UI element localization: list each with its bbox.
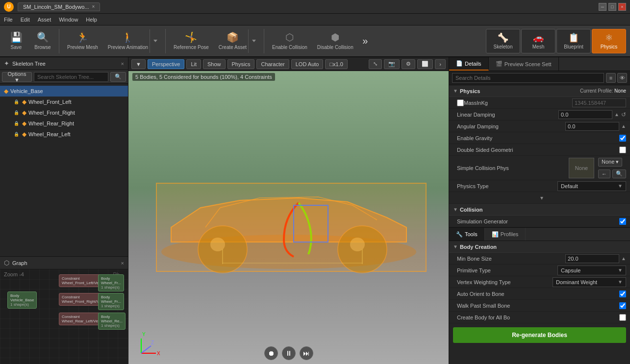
vp-perspective-btn[interactable]: Perspective [148, 59, 184, 69]
menu-help[interactable]: Help [86, 17, 97, 23]
skeleton-search-input[interactable] [34, 72, 108, 82]
menu-edit[interactable]: Edit [21, 17, 30, 23]
vp-show-btn[interactable]: Show [203, 59, 226, 69]
double-sided-checkbox[interactable] [619, 146, 626, 153]
collision-dropdown-btn[interactable]: None ▾ [598, 158, 622, 167]
browse-button[interactable]: 🔍 Browse [30, 27, 55, 55]
primitive-type-dropdown[interactable]: Capsule ▼ [557, 266, 626, 275]
mass-kg-checkbox[interactable] [457, 99, 464, 106]
profiles-tab[interactable]: 📊 Profiles [485, 228, 526, 241]
tools-tab[interactable]: 🔧 Tools [449, 228, 485, 241]
mesh-mode-tab[interactable]: 🚗 Mesh [521, 29, 555, 53]
tree-item-vehicle-base[interactable]: ◆ Vehicle_Base [0, 86, 128, 97]
vp-lit-btn[interactable]: Lit [186, 59, 201, 69]
preview-scene-tab[interactable]: 🎬 Preview Scene Sett [489, 57, 559, 71]
save-button[interactable]: 💾 Save [4, 27, 28, 55]
simulation-generator-checkbox[interactable] [619, 218, 626, 225]
vertex-weighting-dropdown[interactable]: Dominant Weight ▼ [553, 277, 626, 287]
blueprint-mode-tab[interactable]: 📋 Blueprint [556, 29, 591, 53]
search-list-view-btn[interactable]: ≡ [606, 73, 616, 83]
graph-node-body-vehicle[interactable]: BodyVehicle_Base1 shape(s) [7, 291, 37, 309]
physics-mode-tab[interactable]: ⚛ Physics [592, 29, 626, 53]
graph-node-wheel-fl[interactable]: BodyWheel_Fr...1 shape(s) [98, 274, 124, 291]
vp-move-btn[interactable]: ⤡ [369, 59, 382, 69]
physics-type-dropdown[interactable]: Default ▼ [557, 181, 626, 191]
create-asset-button[interactable]: 📦 Create Asset [215, 27, 260, 55]
linear-damping-arrow[interactable]: ▲ [614, 112, 619, 117]
mass-kg-value [572, 98, 626, 107]
create-body-checkbox[interactable] [619, 314, 626, 321]
skeleton-mode-tab[interactable]: 🦴 Skeleton [486, 29, 520, 53]
min-bone-size-value: ▲ [565, 254, 626, 263]
min-bone-size-input[interactable] [565, 254, 619, 263]
skeleton-options-btn[interactable]: Options ▼ [2, 72, 32, 82]
skeleton-search-btn[interactable]: 🔍 [110, 72, 126, 82]
preview-animation-button[interactable]: 🚶 Preview Animation [104, 27, 161, 55]
pause-btn[interactable]: ⏸ [282, 346, 296, 360]
preview-animation-dropdown[interactable] [153, 40, 157, 42]
collision-section-header[interactable]: ▼ Collision [449, 204, 630, 216]
vp-camera-btn[interactable]: 📷 [384, 59, 400, 69]
linear-damping-value: ▲ ↺ [558, 110, 626, 119]
body-creation-header[interactable]: ▼ Body Creation [449, 241, 630, 253]
skeleton-tree-close[interactable]: × [121, 61, 124, 67]
graph-node-wheel-rr[interactable]: BodyWheel_Re...1 shape(s) [98, 313, 126, 330]
vp-character-btn[interactable]: Character [256, 59, 289, 69]
reference-pose-button[interactable]: 🤸 Reference Pose [170, 27, 213, 55]
angular-damping-input[interactable] [565, 122, 619, 131]
close-btn[interactable]: × [618, 3, 626, 11]
mass-kg-label: MassInKg [464, 100, 572, 106]
graph-node-wheel-fr[interactable]: BodyWheel_Fr...1 shape(s) [98, 293, 124, 310]
vp-scale-btn[interactable]: □ x1.0 [325, 59, 347, 69]
physics-section-header[interactable]: ▼ Physics Current Profile: None [449, 85, 630, 97]
details-tab-icon: 📄 [456, 60, 463, 67]
tree-item-wheel-rl[interactable]: 🔒 ◆ Wheel_Rear_Left [0, 129, 128, 140]
menu-asset[interactable]: Asset [38, 17, 51, 23]
create-asset-dropdown[interactable] [252, 40, 256, 42]
body-creation-panel: ▼ Body Creation Min Bone Size ▲ Primitiv… [449, 241, 630, 347]
walk-past-checkbox[interactable] [619, 302, 626, 309]
regen-bodies-btn[interactable]: Re-generate Bodies [453, 327, 626, 343]
tree-item-wheel-fl[interactable]: 🔒 ◆ Wheel_Front_Left [0, 97, 128, 107]
toolbar-sep-3 [264, 29, 264, 53]
enable-gravity-checkbox[interactable] [619, 135, 626, 142]
vp-settings-btn[interactable]: ⚙ [402, 59, 415, 69]
minimize-btn[interactable]: ─ [599, 3, 606, 11]
vp-physics-btn[interactable]: Physics [227, 59, 255, 69]
search-eye-btn[interactable]: 👁 [617, 73, 627, 83]
mesh-mode-label: Mesh [532, 44, 544, 49]
vp-dropdown-btn[interactable]: ▼ [131, 59, 146, 69]
tree-item-wheel-fr[interactable]: 🔒 ◆ Wheel_Front_Right [0, 107, 128, 118]
angular-damping-arrow[interactable]: ▲ [621, 123, 626, 129]
graph-canvas[interactable]: Zoom -4 Ph... BodyVehicle_Base1 shape(s)… [0, 269, 128, 364]
graph-close[interactable]: × [121, 260, 124, 266]
menu-window[interactable]: Window [59, 17, 78, 23]
more-button[interactable]: » [359, 27, 371, 55]
maximize-btn[interactable]: □ [608, 3, 616, 11]
expand-row[interactable]: ▾ [449, 192, 630, 204]
play-btn[interactable]: ⏺ [264, 346, 278, 360]
car-svg-container [128, 71, 449, 364]
tab-close[interactable]: × [92, 4, 95, 9]
min-bone-size-arrow[interactable]: ▲ [621, 256, 626, 261]
collision-back-btn[interactable]: ← [598, 170, 610, 178]
enable-collision-button[interactable]: ⬡ Enable Collision [268, 27, 311, 55]
preview-mesh-button[interactable]: 🏃 Preview Mesh [63, 27, 102, 55]
disable-collision-button[interactable]: ⬢ Disable Collision [313, 27, 357, 55]
next-btn[interactable]: ⏭ [300, 346, 313, 360]
vp-expand-btn[interactable]: ⬜ [417, 59, 433, 69]
graph-header: ⬡ Graph × [0, 257, 128, 269]
menu-file[interactable]: File [4, 17, 13, 23]
vp-more-btn[interactable]: › [435, 59, 446, 69]
vp-lod-btn[interactable]: LOD Auto [291, 59, 324, 69]
details-tab[interactable]: 📄 Details [449, 57, 489, 71]
tree-item-wheel-rr[interactable]: 🔒 ◆ Wheel_Rear_Right [0, 118, 128, 129]
viewport-canvas[interactable]: 5 Bodies, 5 Considered for bounds (100%)… [128, 71, 449, 364]
auto-orient-checkbox[interactable] [619, 291, 626, 297]
linear-damping-input[interactable] [558, 110, 612, 119]
collision-search-btn[interactable]: 🔍 [612, 170, 626, 178]
linear-damping-reset[interactable]: ↺ [621, 111, 626, 118]
mass-kg-input[interactable] [572, 98, 626, 107]
document-tab[interactable]: SM_Lincoln_SM_Bodywo... × [18, 2, 100, 11]
details-search-input[interactable] [452, 73, 604, 83]
